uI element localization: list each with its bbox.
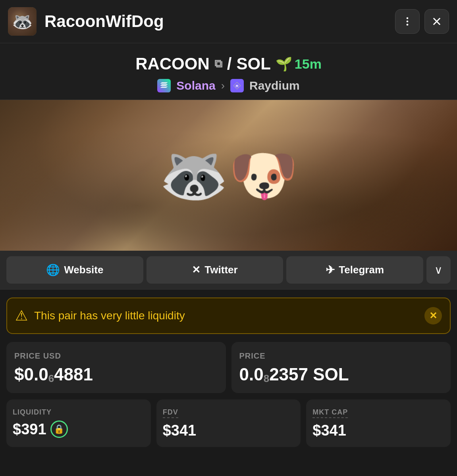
mkt-cap-value: $341 bbox=[312, 422, 444, 439]
token-pair: RACOON ⧉ / SOL 🌱 15m bbox=[8, 54, 449, 73]
svg-point-1 bbox=[407, 21, 409, 23]
network-row: Solana › R Raydium bbox=[8, 79, 449, 92]
copy-icon[interactable]: ⧉ bbox=[214, 58, 222, 71]
network-name: Solana bbox=[176, 79, 215, 92]
twitter-label: Twitter bbox=[204, 264, 237, 276]
warning-banner: ⚠ This pair has very little liquidity ✕ bbox=[6, 298, 451, 334]
telegram-icon: ✈ bbox=[326, 263, 335, 276]
bottom-stats: LIQUIDITY $391 🔒 FDV $341 MKT CAP $341 bbox=[0, 399, 457, 455]
price-sol-subscript: 8 bbox=[264, 373, 269, 384]
header-title: RacoonWifDog bbox=[44, 12, 395, 31]
warning-close-button[interactable]: ✕ bbox=[424, 307, 442, 324]
timeframe: 15m bbox=[295, 56, 322, 72]
close-button[interactable] bbox=[424, 9, 449, 34]
telegram-button[interactable]: ✈ Telegram bbox=[286, 256, 423, 284]
price-usd-value: $0.064881 bbox=[14, 365, 218, 384]
header: RacoonWifDog bbox=[0, 0, 457, 43]
svg-point-0 bbox=[407, 17, 409, 19]
quote-token: SOL bbox=[236, 54, 270, 73]
fdv-card: FDV $341 bbox=[156, 399, 301, 447]
mkt-cap-amount: $341 bbox=[312, 422, 346, 439]
website-label: Website bbox=[64, 264, 103, 276]
more-button[interactable] bbox=[395, 9, 420, 34]
liquidity-label: LIQUIDITY bbox=[13, 408, 145, 416]
price-sol-label: PRICE bbox=[239, 351, 443, 361]
warning-icon: ⚠ bbox=[15, 307, 28, 324]
token-info: RACOON ⧉ / SOL 🌱 15m bbox=[0, 43, 457, 100]
header-actions bbox=[395, 9, 449, 34]
dex-name: Raydium bbox=[249, 79, 300, 92]
chevron-right: › bbox=[221, 79, 225, 92]
telegram-label: Telegram bbox=[339, 264, 384, 276]
avatar bbox=[8, 7, 37, 36]
liquidity-amount: $391 bbox=[13, 421, 46, 438]
svg-point-2 bbox=[407, 24, 409, 26]
solana-icon bbox=[157, 79, 171, 92]
pair-separator: / bbox=[227, 54, 232, 73]
price-usd-prefix: $0.0 bbox=[14, 365, 48, 384]
close-warning-icon: ✕ bbox=[429, 310, 437, 321]
price-usd-card: PRICE USD $0.064881 bbox=[6, 342, 226, 393]
price-sol-suffix: 2357 SOL bbox=[269, 365, 349, 384]
raydium-icon: R bbox=[230, 79, 244, 92]
twitter-button[interactable]: ✕ Twitter bbox=[147, 256, 283, 284]
lock-icon: 🔒 bbox=[54, 424, 64, 434]
fdv-amount: $341 bbox=[163, 422, 197, 439]
twitter-x-icon: ✕ bbox=[192, 264, 201, 276]
banner-image: 🦝🐶 bbox=[0, 100, 457, 251]
globe-icon: 🌐 bbox=[46, 263, 60, 276]
price-sol-value: 0.082357 SOL bbox=[239, 365, 443, 384]
more-icon bbox=[402, 16, 413, 27]
warning-text: This pair has very little liquidity bbox=[34, 309, 185, 322]
price-stats-grid: PRICE USD $0.064881 PRICE 0.082357 SOL bbox=[0, 342, 457, 399]
animals-display: 🦝🐶 bbox=[159, 148, 298, 203]
leaf-icon: 🌱 bbox=[276, 56, 292, 72]
close-icon bbox=[431, 16, 442, 27]
liquidity-card: LIQUIDITY $391 🔒 bbox=[6, 399, 151, 447]
price-sol-card: PRICE 0.082357 SOL bbox=[231, 342, 451, 393]
mkt-cap-card: MKT CAP $341 bbox=[306, 399, 451, 447]
price-usd-label: PRICE USD bbox=[14, 351, 218, 361]
social-links: 🌐 Website ✕ Twitter ✈ Telegram ∨ bbox=[0, 251, 457, 290]
price-usd-suffix: 4881 bbox=[54, 365, 93, 384]
lock-badge: 🔒 bbox=[50, 420, 68, 438]
base-token: RACOON bbox=[135, 54, 210, 73]
chevron-down-icon: ∨ bbox=[434, 263, 443, 276]
fdv-label: FDV bbox=[163, 408, 178, 418]
time-badge: 🌱 15m bbox=[276, 56, 322, 72]
svg-text:R: R bbox=[235, 84, 238, 88]
fdv-value: $341 bbox=[163, 422, 295, 439]
warning-content: ⚠ This pair has very little liquidity bbox=[15, 307, 185, 324]
price-usd-subscript: 6 bbox=[48, 373, 54, 384]
liquidity-value: $391 🔒 bbox=[13, 420, 145, 438]
website-button[interactable]: 🌐 Website bbox=[6, 256, 143, 284]
price-sol-prefix: 0.0 bbox=[239, 365, 264, 384]
more-socials-button[interactable]: ∨ bbox=[426, 256, 451, 284]
mkt-cap-label: MKT CAP bbox=[312, 408, 348, 418]
